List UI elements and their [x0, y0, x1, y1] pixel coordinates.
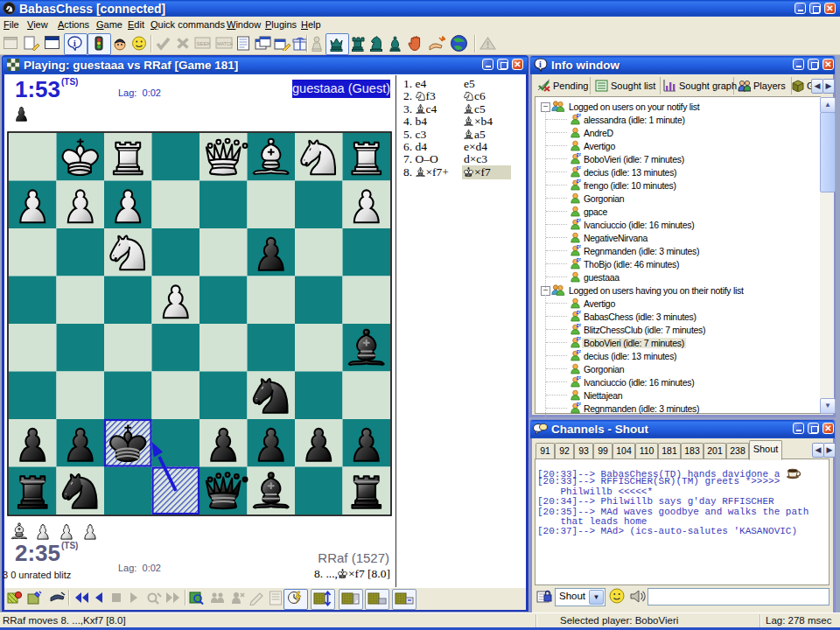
svg-text:i: i — [74, 38, 76, 48]
svg-text:i: i — [539, 60, 542, 69]
svg-text:MATCH: MATCH — [217, 41, 233, 46]
svg-text:SEEK: SEEK — [197, 41, 211, 46]
